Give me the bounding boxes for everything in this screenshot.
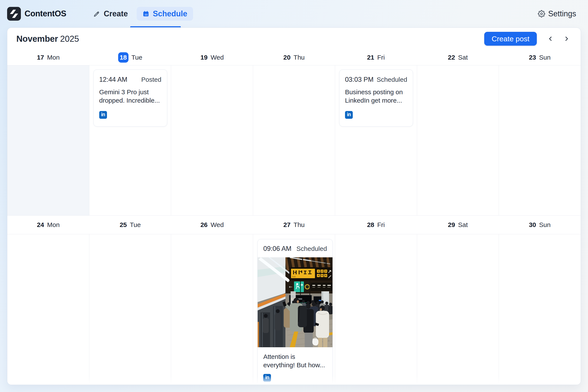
- day-cell-17[interactable]: [7, 66, 89, 215]
- post-status-badge: Posted: [141, 76, 161, 83]
- day-name: Tue: [132, 54, 143, 61]
- calendar-icon: [143, 10, 149, 17]
- day-header-20-thu[interactable]: 20 Thu: [253, 54, 335, 61]
- linkedin-icon: in: [345, 111, 353, 119]
- day-name: Fri: [377, 221, 385, 228]
- day-name: Thu: [294, 221, 305, 228]
- day-header-27-thu[interactable]: 27 Thu: [253, 221, 335, 228]
- post-text: Attention is everything! But how...: [258, 352, 333, 369]
- day-number: 27: [283, 221, 290, 228]
- settings-button[interactable]: Settings: [538, 9, 576, 18]
- day-cell-30[interactable]: [499, 234, 581, 385]
- day-header-21-fri[interactable]: 21 Fri: [335, 54, 417, 61]
- day-header-19-wed[interactable]: 19 Wed: [171, 54, 253, 61]
- day-cell-27[interactable]: 09:06 AM Scheduled: [253, 234, 335, 385]
- day-number: 29: [448, 221, 455, 228]
- post-photo-subway-platform: Exit 123 456 ←: [258, 257, 333, 347]
- svg-text:3: 3: [325, 270, 326, 272]
- create-post-button[interactable]: Create post: [484, 32, 537, 46]
- pencil-icon: [93, 10, 100, 17]
- day-number: 19: [200, 54, 208, 61]
- active-tab-underline: [130, 26, 181, 27]
- app-name: ContentOS: [25, 9, 66, 18]
- calendar-header: November2025 Create post: [7, 28, 581, 50]
- day-number: 26: [200, 221, 208, 228]
- year-label: 2025: [60, 34, 79, 44]
- post-status-badge: Scheduled: [377, 76, 407, 83]
- post-text: Business posting on LinkedIn get more...: [345, 88, 407, 104]
- day-name: Tue: [130, 221, 141, 228]
- day-header-18-tue-today[interactable]: 18 Tue: [89, 52, 171, 62]
- chevron-right-icon: [563, 36, 570, 42]
- svg-text:4: 4: [318, 274, 319, 277]
- day-cell-25[interactable]: [89, 234, 171, 385]
- top-navigation-bar: ContentOS Create Schedule: [0, 0, 588, 27]
- day-number: 24: [37, 221, 44, 228]
- post-status-badge: Scheduled: [296, 245, 327, 252]
- day-number: 25: [120, 221, 127, 228]
- day-header-26-wed[interactable]: 26 Wed: [171, 221, 253, 228]
- post-card-business[interactable]: 03:03 PM Scheduled Business posting on L…: [339, 70, 413, 126]
- day-cell-29[interactable]: [417, 234, 499, 385]
- day-header-30-sun[interactable]: 30 Sun: [499, 221, 581, 228]
- day-header-17-mon[interactable]: 17 Mon: [7, 54, 89, 61]
- day-cell-28[interactable]: [335, 234, 417, 385]
- tab-schedule-label: Schedule: [153, 9, 187, 18]
- post-card-gemini[interactable]: 12:44 AM Posted Gemini 3 Pro just droppe…: [93, 70, 167, 126]
- day-header-24-mon[interactable]: 24 Mon: [7, 221, 89, 228]
- day-cell-22[interactable]: [417, 66, 499, 215]
- post-text: Gemini 3 Pro just dropped. Incredible...: [99, 88, 161, 104]
- month-label: November: [16, 34, 58, 44]
- day-number: 30: [529, 221, 536, 228]
- app-logo: [7, 7, 21, 21]
- linkedin-icon: in: [263, 374, 271, 382]
- day-cell-26[interactable]: [171, 234, 253, 385]
- day-name: Mon: [47, 221, 60, 228]
- tab-schedule[interactable]: Schedule: [137, 7, 193, 21]
- day-header-25-tue[interactable]: 25 Tue: [89, 221, 171, 228]
- gear-icon: [538, 10, 545, 18]
- post-time: 12:44 AM: [99, 76, 127, 84]
- day-name: Mon: [47, 54, 60, 61]
- next-week-button[interactable]: [562, 34, 571, 44]
- day-number: 21: [367, 54, 374, 61]
- post-card-attention[interactable]: 09:06 AM Scheduled: [257, 239, 333, 385]
- chevron-left-icon: [547, 36, 554, 42]
- day-cell-20[interactable]: [253, 66, 335, 215]
- post-time: 09:06 AM: [263, 245, 291, 252]
- day-number: 23: [529, 54, 536, 61]
- previous-week-button[interactable]: [546, 34, 555, 44]
- day-cell-21[interactable]: 03:03 PM Scheduled Business posting on L…: [335, 66, 417, 215]
- day-name: Fri: [377, 54, 385, 61]
- day-cell-24[interactable]: [7, 234, 89, 385]
- svg-text:Exit: Exit: [292, 276, 296, 278]
- day-number: 28: [367, 221, 374, 228]
- day-header-28-fri[interactable]: 28 Fri: [335, 221, 417, 228]
- day-cell-23[interactable]: [499, 66, 581, 215]
- day-header-row-week1: 17 Mon 18 Tue 19 Wed 20 Thu 21 Fri 22 Sa…: [7, 50, 581, 66]
- day-cell-19[interactable]: [171, 66, 253, 215]
- day-name: Sun: [539, 54, 550, 61]
- linkedin-icon: in: [99, 111, 107, 119]
- settings-label: Settings: [548, 9, 576, 18]
- today-badge: 18: [118, 52, 129, 62]
- day-header-29-sat[interactable]: 29 Sat: [417, 221, 499, 228]
- day-name: Sun: [539, 221, 550, 228]
- svg-text:5: 5: [321, 274, 323, 277]
- day-name: Sat: [458, 221, 468, 228]
- week-row-2: 09:06 AM Scheduled: [7, 234, 581, 385]
- day-name: Sat: [458, 54, 468, 61]
- day-number: 20: [283, 54, 290, 61]
- day-name: Wed: [211, 54, 224, 61]
- week-row-1: 12:44 AM Posted Gemini 3 Pro just droppe…: [7, 66, 581, 215]
- tab-create[interactable]: Create: [93, 9, 128, 18]
- day-number: 17: [37, 54, 44, 61]
- day-cell-18[interactable]: 12:44 AM Posted Gemini 3 Pro just droppe…: [89, 66, 171, 215]
- svg-text:6: 6: [325, 274, 326, 277]
- day-header-22-sat[interactable]: 22 Sat: [417, 54, 499, 61]
- day-header-23-sun[interactable]: 23 Sun: [499, 54, 581, 61]
- day-name: Wed: [211, 221, 224, 228]
- day-number: 22: [448, 54, 455, 61]
- post-time: 03:03 PM: [345, 76, 374, 84]
- svg-text:1: 1: [318, 270, 319, 272]
